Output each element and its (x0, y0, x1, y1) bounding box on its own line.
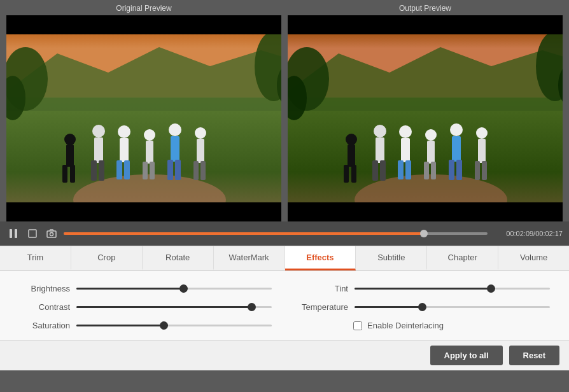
tint-thumb (487, 284, 495, 293)
svg-point-44 (374, 125, 386, 137)
brightness-thumb (179, 284, 188, 293)
svg-rect-26 (167, 160, 173, 180)
tab-rotate[interactable]: Rotate (143, 246, 214, 270)
svg-rect-43 (351, 165, 356, 183)
output-video-panel: Output Preview (288, 4, 563, 221)
svg-rect-67 (47, 231, 56, 237)
temperature-fill (355, 306, 423, 308)
svg-rect-58 (449, 160, 454, 180)
temperature-label: Temperature (297, 302, 348, 312)
brightness-label: Brightness (19, 284, 70, 293)
saturation-slider[interactable] (76, 325, 272, 326)
tabs-bar: Trim Crop Rotate WaterMark Effects Subti… (0, 246, 569, 271)
svg-point-28 (195, 127, 206, 139)
svg-rect-53 (427, 141, 435, 164)
deinterlacing-checkbox[interactable] (353, 321, 362, 330)
deinterlacing-label[interactable]: Enable Deinterlacing (367, 321, 444, 330)
svg-rect-61 (478, 139, 486, 163)
svg-rect-46 (372, 160, 378, 181)
brightness-slider-group: Brightness (19, 284, 272, 293)
action-bar: Apply to all Reset (0, 340, 569, 370)
tint-fill (355, 288, 491, 290)
progress-thumb (420, 230, 428, 237)
original-video-panel: Original Preview (6, 4, 281, 221)
svg-rect-54 (424, 162, 429, 179)
contrast-label: Contrast (19, 302, 70, 312)
contrast-fill (76, 306, 252, 308)
tint-slider-group: Tint (297, 284, 550, 293)
svg-rect-10 (62, 165, 67, 183)
crop-view-button[interactable] (25, 227, 39, 241)
svg-point-56 (450, 123, 463, 136)
tab-crop[interactable]: Crop (71, 246, 143, 270)
effects-row-2: Contrast Temperature (19, 302, 550, 312)
saturation-fill (76, 325, 164, 326)
output-video-frame (288, 15, 563, 221)
effects-row-1: Brightness Tint (19, 284, 550, 293)
svg-rect-41 (348, 144, 355, 167)
output-label: Output Preview (399, 4, 451, 13)
svg-rect-11 (70, 165, 75, 183)
control-bar: 00:02:09/00:02:17 (0, 221, 569, 246)
deinterlacing-group: Enable Deinterlacing (297, 321, 550, 330)
svg-rect-47 (380, 160, 386, 181)
svg-rect-51 (405, 160, 411, 179)
svg-point-12 (92, 125, 105, 137)
svg-point-48 (399, 125, 412, 138)
video-section: Original Preview (0, 0, 569, 221)
tab-chapter[interactable]: Chapter (427, 246, 498, 270)
tab-subtitle[interactable]: Subtitle (356, 246, 427, 270)
screenshot-button[interactable] (45, 227, 59, 241)
temperature-thumb (418, 303, 426, 311)
svg-rect-50 (398, 160, 404, 179)
svg-rect-29 (197, 139, 204, 163)
svg-point-68 (50, 233, 53, 236)
svg-rect-62 (475, 161, 480, 180)
original-label: Original Preview (116, 4, 171, 13)
tab-watermark[interactable]: WaterMark (214, 246, 285, 270)
apply-all-button[interactable]: Apply to all (430, 346, 503, 365)
svg-point-60 (476, 127, 488, 139)
progress-fill (64, 232, 424, 235)
svg-rect-27 (175, 160, 181, 180)
svg-rect-23 (150, 162, 155, 179)
temperature-slider[interactable] (355, 306, 550, 308)
progress-bar[interactable] (64, 232, 488, 235)
svg-rect-66 (29, 230, 36, 237)
svg-rect-65 (15, 229, 17, 238)
saturation-slider-group: Saturation (19, 321, 272, 330)
effects-panel: Brightness Tint Contrast (0, 271, 569, 340)
tab-trim[interactable]: Trim (0, 246, 71, 270)
brightness-slider[interactable] (76, 288, 272, 290)
svg-rect-18 (116, 160, 122, 179)
effects-row-3: Saturation Enable Deinterlacing (19, 321, 550, 330)
reset-button[interactable]: Reset (509, 346, 559, 365)
svg-rect-30 (193, 161, 199, 180)
original-video-frame (6, 15, 281, 221)
svg-rect-13 (94, 137, 103, 163)
svg-rect-57 (452, 136, 461, 162)
svg-point-52 (425, 129, 437, 141)
svg-point-40 (346, 134, 357, 145)
svg-rect-22 (143, 162, 148, 179)
temperature-slider-group: Temperature (297, 302, 550, 312)
tab-effects[interactable]: Effects (285, 246, 356, 270)
svg-rect-55 (431, 162, 436, 179)
svg-rect-14 (91, 160, 97, 181)
svg-rect-19 (124, 160, 130, 179)
svg-rect-15 (99, 160, 104, 181)
svg-rect-45 (376, 137, 384, 163)
svg-rect-64 (10, 229, 12, 238)
svg-rect-49 (401, 138, 410, 162)
tab-volume[interactable]: Volume (498, 246, 569, 270)
svg-rect-9 (66, 144, 74, 167)
contrast-slider[interactable] (76, 306, 272, 308)
pause-button[interactable] (6, 227, 20, 241)
tint-slider[interactable] (355, 288, 550, 290)
time-display: 00:02:09/00:02:17 (493, 230, 563, 237)
svg-rect-21 (146, 141, 153, 164)
svg-point-8 (64, 134, 76, 145)
saturation-label: Saturation (19, 321, 70, 330)
tint-label: Tint (297, 284, 348, 293)
svg-rect-42 (344, 165, 349, 183)
